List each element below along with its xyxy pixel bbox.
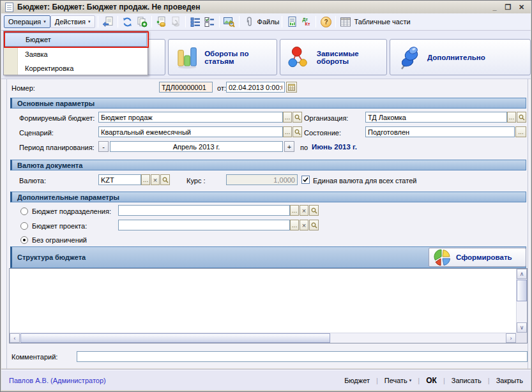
- period-plus-button[interactable]: +: [284, 141, 294, 152]
- state-ellipsis-button[interactable]: ...: [515, 126, 526, 137]
- scroll-right-button[interactable]: ›: [506, 333, 516, 343]
- comment-input[interactable]: [77, 351, 528, 362]
- scenario-input[interactable]: [98, 126, 283, 137]
- project-input[interactable]: [118, 220, 290, 230]
- magnifier-icon: [519, 114, 525, 121]
- magnifier-icon: [294, 114, 301, 121]
- budget-structure-list[interactable]: ∧ ∨ ‹ ›: [9, 268, 528, 343]
- refresh-button[interactable]: [121, 15, 135, 29]
- help-button[interactable]: ?: [319, 15, 333, 29]
- magnifier-icon: [162, 177, 169, 183]
- report-button[interactable]: [285, 15, 299, 29]
- horizontal-scroll-thumb[interactable]: [20, 333, 330, 343]
- fill-icon: [156, 16, 167, 27]
- department-clear-button[interactable]: ×: [300, 205, 308, 216]
- clear-fill-button[interactable]: [169, 15, 183, 29]
- currency-clear-button[interactable]: ×: [151, 174, 160, 185]
- toolbar-separator: [219, 16, 220, 27]
- organization-ellipsis-button[interactable]: ...: [507, 112, 516, 123]
- budget-ellipsis-button[interactable]: ...: [283, 112, 292, 123]
- number-input[interactable]: [159, 82, 213, 93]
- files-label[interactable]: Файлы: [257, 18, 280, 26]
- single-currency-checkbox[interactable]: [301, 176, 310, 184]
- department-input[interactable]: [118, 205, 290, 216]
- close-button[interactable]: ✕: [516, 3, 527, 12]
- rate-label: Курс :: [186, 177, 206, 185]
- calendar-button[interactable]: [286, 82, 297, 93]
- period-minus-button[interactable]: -: [98, 141, 109, 152]
- fill-document-button[interactable]: [155, 15, 169, 29]
- budget-search-button[interactable]: [293, 112, 302, 123]
- attach-files-button[interactable]: [242, 15, 256, 29]
- project-ellipsis-button[interactable]: ...: [290, 220, 299, 230]
- menu-item-budget[interactable]: Бюджет: [4, 33, 147, 47]
- minimize-button[interactable]: _: [489, 3, 500, 12]
- copy-document-button[interactable]: [135, 15, 149, 29]
- undo-fill-icon: [170, 16, 181, 27]
- list-marks-button[interactable]: [202, 15, 217, 29]
- tab-additional[interactable]: Дополнительно: [390, 39, 531, 75]
- budget-footer-button[interactable]: Бюджет: [343, 375, 371, 386]
- menu-item-request[interactable]: Заявка: [4, 47, 147, 61]
- save-button[interactable]: Записать: [450, 375, 483, 386]
- toolbar-separator: [335, 16, 336, 27]
- tabular-parts-button[interactable]: [338, 15, 353, 29]
- actions-menu-button[interactable]: Действия ▾: [50, 15, 95, 28]
- scroll-left-button[interactable]: ‹: [10, 333, 20, 343]
- bar-chart-icon: [176, 45, 198, 70]
- currency-input[interactable]: [98, 174, 141, 185]
- tab-dependent-turnovers[interactable]: Зависимые обороты: [280, 39, 387, 75]
- preview-button[interactable]: [222, 15, 236, 29]
- department-search-button[interactable]: [309, 205, 319, 216]
- generate-label: Сформировать: [456, 253, 512, 261]
- scroll-down-button[interactable]: ∨: [517, 322, 527, 333]
- organization-search-button[interactable]: [517, 112, 526, 123]
- number-label: Номер:: [11, 84, 35, 92]
- footer-divider: |: [488, 377, 490, 384]
- project-search-button[interactable]: [309, 220, 319, 230]
- department-radio[interactable]: [20, 207, 28, 215]
- tabular-parts-label[interactable]: Табличные части: [354, 18, 410, 26]
- organization-input[interactable]: [365, 112, 507, 123]
- footer-divider: |: [418, 377, 420, 384]
- no-limits-radio[interactable]: [20, 236, 28, 244]
- vertical-scrollbar[interactable]: ∧ ∨: [516, 269, 527, 333]
- dt-kt-button[interactable]: Дт Кт: [299, 15, 313, 29]
- date-input[interactable]: [226, 82, 285, 93]
- currency-search-button[interactable]: [160, 174, 170, 185]
- tab-label: Дополнительно: [427, 54, 485, 61]
- print-button[interactable]: Печать ▾: [383, 375, 413, 386]
- post-document-button[interactable]: [101, 15, 115, 29]
- budget-input[interactable]: [98, 112, 283, 123]
- tab-turnovers-by-items[interactable]: Обороты по статьям: [168, 39, 277, 75]
- vertical-scroll-thumb[interactable]: [517, 280, 527, 301]
- project-radio[interactable]: [20, 222, 28, 230]
- window-title: Бюджет: Бюджет: Бюджет продаж. Не провед…: [17, 3, 200, 11]
- help-icon: ?: [321, 17, 331, 27]
- close-form-button[interactable]: Закрыть: [495, 375, 524, 386]
- currency-ellipsis-button[interactable]: ...: [141, 174, 150, 185]
- period-input[interactable]: [110, 141, 283, 152]
- generate-button[interactable]: Сформировать: [429, 248, 526, 267]
- scroll-up-button[interactable]: ∧: [517, 269, 527, 279]
- department-ellipsis-button[interactable]: ...: [290, 205, 299, 216]
- footer-divider: |: [376, 377, 378, 384]
- state-input[interactable]: [365, 126, 515, 137]
- currency-label: Валюта:: [19, 177, 46, 185]
- scenario-ellipsis-button[interactable]: ...: [283, 126, 292, 137]
- operation-menu-button[interactable]: Операция ▾: [4, 15, 50, 28]
- section-header-currency: Валюта документа: [10, 160, 526, 170]
- scenario-search-button[interactable]: [293, 126, 302, 137]
- section-header-additional: Дополнительные параметры: [10, 192, 526, 202]
- project-clear-button[interactable]: ×: [300, 220, 308, 230]
- report-icon: [287, 16, 298, 27]
- chevron-down-icon: ▾: [88, 19, 91, 24]
- ok-button[interactable]: ОК: [425, 375, 438, 386]
- status-bar: Павлов А.В. (Администратор) Бюджет | Печ…: [1, 370, 531, 390]
- menu-item-correction[interactable]: Корректировка: [4, 61, 147, 75]
- horizontal-scrollbar[interactable]: ‹ ›: [10, 333, 516, 343]
- maximize-button[interactable]: ❐: [503, 3, 513, 12]
- toolbar-separator: [239, 16, 239, 27]
- current-user: Павлов А.В. (Администратор): [9, 377, 106, 384]
- list-settings-button[interactable]: [188, 15, 202, 29]
